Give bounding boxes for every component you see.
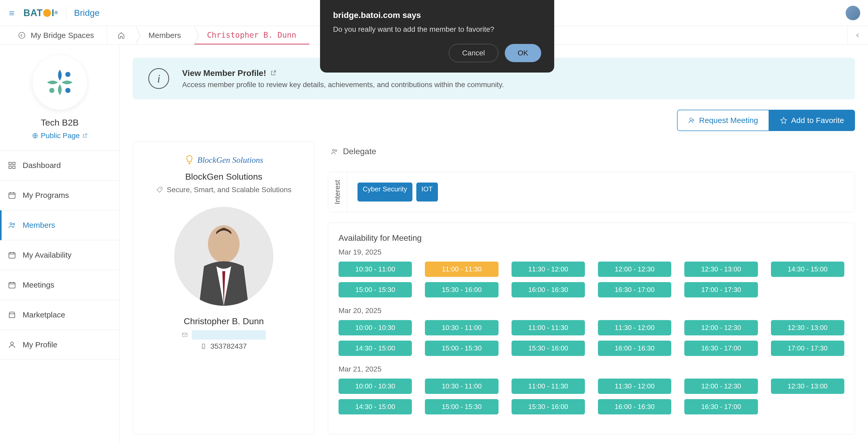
calendar-icon: [8, 191, 16, 199]
delegate-icon: [331, 148, 338, 156]
sidebar-item-label: Dashboard: [23, 161, 61, 170]
calendar-check-icon: [8, 251, 16, 259]
bridge-label[interactable]: Bridge: [74, 8, 100, 18]
add-favorite-button[interactable]: Add to Favorite: [769, 110, 855, 131]
svg-point-18: [208, 225, 240, 263]
breadcrumb-members[interactable]: Members: [135, 26, 194, 44]
avatar[interactable]: [846, 6, 860, 20]
nav-items: Dashboard My Programs Members My Availab…: [0, 150, 119, 360]
svg-rect-19: [182, 333, 187, 337]
sidebar-item-availability[interactable]: My Availability: [0, 240, 119, 270]
time-slot[interactable]: 12:00 - 12:30: [684, 379, 758, 394]
dialog-body: Do you really want to add the member to …: [333, 25, 541, 34]
sidebar-item-marketplace[interactable]: Marketplace: [0, 300, 119, 330]
time-slot[interactable]: 15:30 - 16:00: [512, 341, 585, 356]
svg-point-11: [13, 223, 14, 225]
content: i View Member Profile! Access member pro…: [120, 45, 868, 442]
time-slot[interactable]: 15:00 - 15:30: [425, 341, 498, 356]
time-slot[interactable]: 17:00 - 17:30: [684, 282, 758, 298]
time-slot[interactable]: 10:30 - 11:00: [425, 379, 498, 394]
time-slot[interactable]: 16:30 - 17:00: [684, 399, 758, 414]
time-slot[interactable]: 10:00 - 10:30: [339, 320, 412, 335]
breadcrumb-home[interactable]: [107, 26, 135, 44]
sidebar-item-programs[interactable]: My Programs: [0, 180, 119, 210]
date-label: Mar 19, 2025: [339, 248, 844, 257]
public-page-link[interactable]: Public Page: [32, 132, 87, 140]
time-slot[interactable]: 11:00 - 11:30: [512, 320, 585, 335]
ok-button[interactable]: OK: [505, 44, 541, 62]
company-logo: BlockGen Solutions: [184, 155, 263, 165]
user-icon: [8, 341, 16, 349]
time-slot[interactable]: 16:00 - 16:30: [598, 399, 671, 414]
dashboard-icon: [8, 161, 16, 170]
date-group: Mar 20, 202510:00 - 10:3010:30 - 11:0011…: [339, 307, 844, 356]
time-slot[interactable]: 12:30 - 13:00: [684, 262, 758, 277]
dialog-title: bridge.batoi.com says: [333, 10, 541, 20]
logo[interactable]: BATI®: [23, 7, 58, 19]
time-slot[interactable]: 11:00 - 11:30: [512, 379, 585, 394]
home-icon: [118, 32, 125, 39]
mail-icon: [182, 332, 188, 338]
breadcrumb-back[interactable]: My Bridge Spaces: [0, 26, 107, 44]
sidebar-item-label: My Programs: [23, 191, 69, 200]
svg-rect-8: [13, 166, 15, 168]
time-slot[interactable]: 14:30 - 15:00: [771, 262, 844, 277]
time-slot[interactable]: 15:00 - 15:30: [339, 282, 412, 298]
time-slot[interactable]: 10:30 - 11:00: [425, 320, 498, 335]
external-link-icon[interactable]: [270, 70, 276, 76]
time-slot[interactable]: 17:00 - 17:30: [771, 341, 844, 356]
company-name: BlockGen Solutions: [185, 172, 262, 182]
dialog-actions: Cancel OK: [333, 44, 541, 62]
svg-point-16: [160, 188, 161, 189]
external-link-icon: [82, 133, 87, 138]
time-slot[interactable]: 10:30 - 11:00: [339, 262, 412, 277]
svg-rect-9: [9, 193, 15, 198]
time-slot[interactable]: 15:00 - 15:30: [425, 399, 498, 414]
time-slot[interactable]: 16:30 - 17:00: [598, 282, 671, 298]
cancel-button[interactable]: Cancel: [449, 44, 498, 62]
member-photo: [174, 207, 273, 306]
time-slot[interactable]: 11:30 - 12:00: [598, 320, 671, 335]
time-slot[interactable]: 16:00 - 16:30: [598, 341, 671, 356]
time-slot[interactable]: 16:00 - 16:30: [512, 282, 585, 298]
star-icon: [780, 117, 787, 124]
time-slot[interactable]: 11:00 - 11:30: [425, 262, 498, 277]
svg-rect-7: [9, 166, 11, 168]
time-slot[interactable]: 11:30 - 12:00: [598, 379, 671, 394]
svg-rect-6: [13, 162, 15, 165]
sidebar-item-members[interactable]: Members: [0, 210, 119, 240]
org-logo: [33, 55, 87, 110]
date-group: Mar 21, 202510:00 - 10:3010:30 - 11:0011…: [339, 365, 844, 414]
sidebar-item-profile[interactable]: My Profile: [0, 330, 119, 360]
main: Tech B2B Public Page Dashboard My Progra…: [0, 45, 868, 442]
time-slot[interactable]: 14:30 - 15:00: [339, 341, 412, 356]
time-slot[interactable]: 12:00 - 12:30: [598, 262, 671, 277]
availability-box: Availability for Meeting Mar 19, 202510:…: [328, 223, 855, 434]
breadcrumb-current: Christopher B. Dunn: [194, 26, 309, 44]
sidebar-item-dashboard[interactable]: Dashboard: [0, 150, 119, 180]
time-slot[interactable]: 12:30 - 13:00: [771, 320, 844, 335]
divider: [66, 6, 66, 20]
slots-grid: 10:00 - 10:3010:30 - 11:0011:00 - 11:301…: [339, 320, 844, 356]
tagline: Secure, Smart, and Scalable Solutions: [156, 185, 291, 194]
hamburger-icon[interactable]: [8, 10, 16, 16]
time-slot[interactable]: 14:30 - 15:00: [339, 399, 412, 414]
time-slot[interactable]: 12:30 - 13:00: [771, 379, 844, 394]
actions-row: Request Meeting Add to Favorite: [133, 110, 855, 131]
breadcrumb-collapse[interactable]: [847, 26, 868, 44]
request-meeting-button[interactable]: Request Meeting: [677, 110, 769, 131]
sidebar-item-label: My Availability: [23, 251, 71, 260]
time-slot[interactable]: 12:00 - 12:30: [684, 320, 758, 335]
sidebar-item-label: Members: [23, 221, 55, 230]
time-slot[interactable]: 15:30 - 16:00: [512, 399, 585, 414]
time-slot[interactable]: 11:30 - 12:00: [512, 262, 585, 277]
svg-point-10: [10, 223, 12, 225]
time-slot[interactable]: 15:30 - 16:00: [425, 282, 498, 298]
availability-title: Availability for Meeting: [339, 233, 844, 243]
interest-label: Interest: [328, 172, 347, 212]
time-slot[interactable]: 16:30 - 17:00: [684, 341, 758, 356]
store-icon: [8, 311, 16, 319]
sidebar-item-meetings[interactable]: Meetings: [0, 270, 119, 300]
time-slot[interactable]: 10:00 - 10:30: [339, 379, 412, 394]
sidebar-item-label: Meetings: [23, 280, 54, 290]
